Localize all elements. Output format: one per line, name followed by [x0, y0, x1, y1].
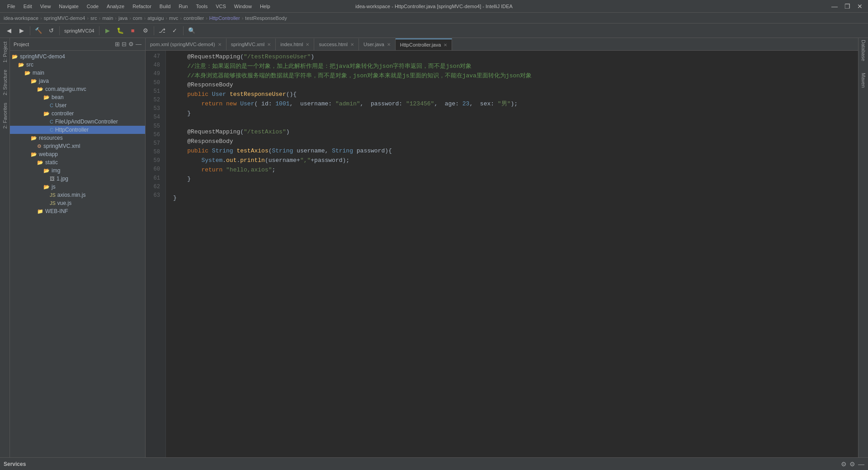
line-num: 58	[146, 148, 162, 157]
toolbar-btn-forward[interactable]: ▶	[16, 25, 27, 36]
settings-icon[interactable]: ⚙	[128, 41, 134, 47]
breadcrumb-item[interactable]: mvc	[169, 15, 178, 21]
tab-user-java[interactable]: User.java ✕	[359, 38, 396, 50]
search-everywhere-btn[interactable]: 🔍	[186, 25, 197, 36]
breadcrumb-item[interactable]: HttpController	[209, 15, 240, 21]
tab-close-icon[interactable]: ✕	[267, 42, 271, 47]
menu-edit[interactable]: Edit	[20, 3, 36, 10]
tree-item[interactable]: 📂src	[10, 61, 145, 69]
settings-icon[interactable]: ⚙	[841, 461, 847, 468]
tree-item[interactable]: 📂js	[10, 183, 145, 191]
breadcrumb-item[interactable]: controller	[184, 15, 204, 21]
hide-panel-icon[interactable]: —	[858, 461, 864, 468]
breadcrumb-item[interactable]: atguigu	[147, 15, 164, 21]
expand-all-icon[interactable]: ⊞	[115, 41, 120, 47]
tree-item[interactable]: CFileUpAndDownController	[10, 118, 145, 126]
menu-bar[interactable]: File Edit View Navigate Code Analyze Ref…	[4, 3, 274, 10]
maven-icon[interactable]: Maven	[861, 73, 866, 88]
project-title: Project	[14, 42, 29, 47]
code-content[interactable]: @RequestMapping("/testResponseUser") //注…	[166, 51, 858, 457]
config-icon[interactable]: ⚙	[849, 461, 855, 468]
tree-item[interactable]: 📂bean	[10, 93, 145, 101]
toolbar-btn-build[interactable]: 🔨	[33, 25, 44, 36]
menu-help[interactable]: Help	[256, 3, 274, 10]
breadcrumb-item[interactable]: com	[133, 15, 142, 21]
breadcrumb-item[interactable]: idea-workspace	[4, 15, 38, 21]
toolbar-btn-back[interactable]: ◀	[4, 25, 14, 36]
tree-item[interactable]: 📂main	[10, 69, 145, 77]
tree-item-label: js	[52, 184, 56, 190]
toolbar-btn-coverage[interactable]: ⚙	[140, 25, 151, 36]
tree-item[interactable]: JSaxios.min.js	[10, 191, 145, 199]
tree-item[interactable]: 📂img	[10, 166, 145, 175]
tab-springmvc-xml[interactable]: springMVC.xml ✕	[226, 38, 276, 50]
menu-file[interactable]: File	[4, 3, 19, 10]
menu-navigate[interactable]: Navigate	[55, 3, 82, 10]
line-num: 54	[146, 113, 162, 122]
breadcrumb-item[interactable]: testResponseBody	[245, 15, 287, 21]
tree-item[interactable]: 📂com.atguigu.mvc	[10, 85, 145, 93]
tree-item-label: FileUpAndDownController	[55, 119, 118, 125]
tree-item-label: springMVC.xml	[43, 143, 80, 149]
menu-code[interactable]: Code	[83, 3, 102, 10]
database-icon[interactable]: Database	[861, 40, 866, 61]
tab-close-icon[interactable]: ✕	[218, 42, 222, 47]
menu-refactor[interactable]: Refactor	[129, 3, 155, 10]
maximize-button[interactable]: ❐	[843, 3, 852, 10]
code-line-50: @ResponseBody	[173, 81, 851, 90]
breadcrumb-item[interactable]: springMVC-demo4	[44, 15, 85, 21]
tab-pom-xml[interactable]: pom.xml (springMVC-demo4) ✕	[146, 38, 226, 50]
menu-vcs[interactable]: VCS	[212, 3, 230, 10]
code-line-47: @RequestMapping("/testResponseUser")	[173, 52, 851, 62]
menu-window[interactable]: Window	[231, 3, 255, 10]
hide-panel-icon[interactable]: —	[136, 41, 142, 47]
tree-item[interactable]: JSvue.js	[10, 199, 145, 207]
minimize-button[interactable]: —	[830, 3, 839, 10]
tree-item-icon: JS	[50, 200, 56, 206]
tab-httpcontroller-java[interactable]: HttpController.java ✕	[396, 38, 453, 50]
tab-index-html[interactable]: index.html ✕	[276, 38, 314, 50]
window-controls[interactable]: — ❐ ✕	[830, 3, 864, 10]
tree-item[interactable]: 📂springMVC-demo4	[10, 52, 145, 61]
menu-analyze[interactable]: Analyze	[103, 3, 128, 10]
code-line-63	[173, 203, 851, 213]
breadcrumb-item[interactable]: java	[118, 15, 127, 21]
toolbar-btn-commit[interactable]: ✓	[170, 25, 180, 36]
breadcrumb-item[interactable]: src	[90, 15, 97, 21]
tab-close-icon[interactable]: ✕	[350, 42, 354, 47]
tree-item[interactable]: 📂controller	[10, 109, 145, 118]
vtab-structure[interactable]: 2: Structure	[1, 68, 9, 97]
tab-close-icon[interactable]: ✕	[306, 42, 309, 47]
debug-button[interactable]: 🐛	[115, 25, 126, 36]
tree-item[interactable]: 📂static	[10, 158, 145, 166]
stop-button[interactable]: ■	[127, 25, 138, 36]
run-button[interactable]: ▶	[102, 25, 113, 36]
line-num: 62	[146, 183, 162, 191]
vtab-favorites[interactable]: 2: Favorites	[1, 101, 9, 130]
collapse-all-icon[interactable]: ⊟	[122, 41, 127, 47]
menu-build[interactable]: Build	[156, 3, 174, 10]
tree-item[interactable]: 📂resources	[10, 134, 145, 142]
tree-item-label: WEB-INF	[45, 208, 68, 214]
toolbar-btn-sync[interactable]: ↺	[46, 25, 57, 36]
tab-close-icon[interactable]: ✕	[387, 42, 391, 47]
menu-tools[interactable]: Tools	[192, 3, 211, 10]
tab-success-html[interactable]: success.html ✕	[314, 38, 359, 50]
tree-item-label: HttpController	[55, 127, 89, 133]
tree-item[interactable]: 📁WEB-INF	[10, 207, 145, 215]
tab-close-icon[interactable]: ✕	[443, 43, 447, 47]
tree-item-icon: 📂	[37, 160, 43, 166]
tree-item[interactable]: 📂java	[10, 77, 145, 85]
menu-view[interactable]: View	[37, 3, 55, 10]
tree-item[interactable]: 📂webapp	[10, 150, 145, 158]
tree-item[interactable]: CUser	[10, 101, 145, 109]
toolbar-btn-git[interactable]: ⎇	[157, 25, 168, 36]
menu-run[interactable]: Run	[175, 3, 191, 10]
close-button[interactable]: ✕	[855, 3, 864, 10]
tree-item[interactable]: CHttpController	[10, 126, 145, 134]
tree-item[interactable]: 🖼1.jpg	[10, 175, 145, 183]
tree-item[interactable]: ⚙springMVC.xml	[10, 142, 145, 150]
vtab-project[interactable]: 1: Project	[1, 40, 9, 64]
breadcrumb-item[interactable]: main	[102, 15, 113, 21]
project-tree: 📂springMVC-demo4📂src📂main📂java📂com.atgui…	[10, 51, 145, 457]
